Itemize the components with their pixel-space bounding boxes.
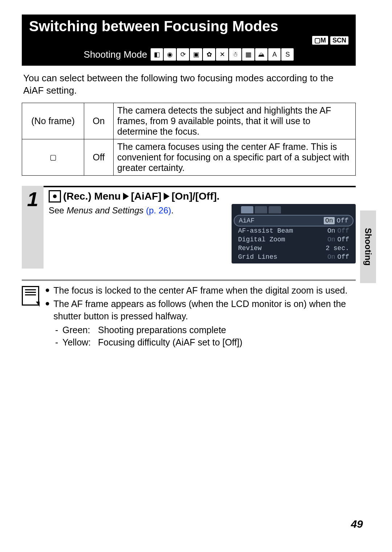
lcd-row-aiaf: AiAF On Off [234, 215, 354, 226]
step-title: (Rec.) Menu [AiAF] [On]/[Off]. [49, 190, 356, 203]
lcd-value-on: On [327, 253, 335, 261]
frame-cell: ▢ [22, 139, 84, 175]
see-prefix: See [49, 205, 66, 215]
mode-icon: ☃ [229, 48, 241, 61]
dash-icon: - [55, 324, 60, 336]
arrow-right-icon [123, 193, 129, 200]
lcd-row-label: AiAF [239, 217, 254, 224]
lcd-value-off: Off [338, 253, 349, 261]
lcd-value-off: Off [337, 217, 348, 224]
mode-icon: ⛰ [255, 48, 268, 61]
mode-icon: ✕ [216, 48, 228, 61]
mode-icon: ▣ [190, 48, 202, 61]
bullet-icon: ● [45, 285, 50, 297]
lcd-value-on: On [327, 236, 335, 243]
lcd-row-review: Review 2 sec. [234, 244, 354, 253]
see-italic: Menus and Settings [66, 205, 143, 215]
notes-list: ● The focus is locked to the center AF f… [45, 285, 356, 349]
step-subtext: See Menus and Settings (p. 26). [49, 205, 173, 269]
shooting-mode-row: Shooting Mode ◧ ◉ ⟳ ▣ ✿ ✕ ☃ ▦ ⛰ A S [29, 48, 348, 61]
lcd-row-label: Review [238, 245, 262, 252]
focus-modes-table: (No frame) On The camera detects the sub… [22, 103, 356, 176]
note-sub-text: Focusing difficulty (AiAF set to [Off]) [98, 336, 242, 349]
see-suffix: . [171, 205, 174, 215]
table-row: (No frame) On The camera detects the sub… [22, 103, 356, 139]
lcd-row-label: Grid Lines [238, 253, 277, 261]
shooting-mode-label: Shooting Mode [84, 49, 147, 60]
bullet-icon: ● [45, 298, 50, 323]
step-title-aiaf: [AiAF] [131, 191, 162, 202]
mode-icon: S [281, 48, 294, 61]
arrow-right-icon [164, 193, 170, 200]
lcd-value-on: On [327, 227, 335, 234]
step-title-onoff: [On]/[Off]. [172, 191, 220, 202]
note-sub-label: Yellow: [62, 336, 95, 349]
side-tab-label: Shooting [363, 228, 373, 266]
rec-menu-icon [49, 190, 61, 203]
lcd-row-afassist: AF-assist Beam On Off [234, 226, 354, 235]
desc-cell: The camera focuses using the center AF f… [114, 139, 356, 175]
dash-icon: - [55, 336, 60, 349]
step-body: (Rec.) Menu [AiAF] [On]/[Off]. See Menus… [44, 186, 356, 269]
step-rail: 1 [22, 186, 44, 269]
lcd-tab-icon [269, 206, 281, 213]
notes-block: ● The focus is locked to the center AF f… [22, 279, 356, 349]
step-block: 1 (Rec.) Menu [AiAF] [On]/[Off]. See Men… [22, 186, 356, 269]
note-sub-text: Shooting preparations complete [98, 324, 226, 336]
step-number: 1 [22, 186, 44, 211]
state-cell: Off [84, 139, 114, 175]
header-bar: Switching between Focusing Modes ▢M SCN … [22, 15, 356, 66]
frame-cell: (No frame) [22, 103, 84, 139]
lcd-value-off: Off [338, 227, 349, 234]
step-title-rec: (Rec.) Menu [63, 191, 121, 202]
note-item: ● The AF frame appears as follows (when … [45, 298, 356, 323]
mode-icon: ✿ [203, 48, 215, 61]
lcd-row-label: AF-assist Beam [238, 227, 293, 234]
mode-badge-om: ▢M [312, 36, 328, 45]
shooting-mode-icons: ◧ ◉ ⟳ ▣ ✿ ✕ ☃ ▦ ⛰ A S [151, 48, 294, 61]
table-row: ▢ Off The camera focuses using the cente… [22, 139, 356, 175]
mode-icon: ▦ [242, 48, 254, 61]
notes-icon [22, 286, 39, 306]
mode-icon: ◧ [151, 48, 163, 61]
note-item: ● The focus is locked to the center AF f… [45, 285, 356, 297]
mode-icon: A [268, 48, 281, 61]
intro-text: You can select between the following two… [23, 72, 354, 97]
lcd-row-digitalzoom: Digital Zoom On Off [234, 235, 354, 244]
note-text: The focus is locked to the center AF fra… [53, 285, 347, 297]
lcd-preview: AiAF On Off AF-assist Beam On Off [232, 204, 356, 263]
lcd-row-label: Digital Zoom [238, 236, 285, 243]
mode-icon: ◉ [164, 48, 176, 61]
lcd-tab-icon [241, 206, 253, 213]
state-cell: On [84, 103, 114, 139]
mode-badge-scn: SCN [330, 36, 348, 45]
lcd-tabs [234, 206, 354, 213]
side-tab-shooting: Shooting [360, 210, 376, 283]
page-title: Switching between Focusing Modes [29, 18, 348, 34]
lcd-row-gridlines: Grid Lines On Off [234, 253, 354, 261]
lcd-value-off: Off [338, 236, 349, 243]
lcd-value: 2 sec. [326, 245, 349, 252]
lcd-value-on: On [324, 217, 335, 224]
see-link[interactable]: (p. 26) [144, 205, 171, 215]
note-subitem: - Yellow: Focusing difficulty (AiAF set … [55, 336, 356, 349]
note-text: The AF frame appears as follows (when th… [53, 298, 356, 323]
corner-mode-badges: ▢M SCN [29, 36, 348, 45]
note-sub-label: Green: [62, 324, 95, 336]
mode-icon: ⟳ [177, 48, 189, 61]
desc-cell: The camera detects the subject and highl… [114, 103, 356, 139]
lcd-tab-icon [255, 206, 267, 213]
page-number: 49 [351, 518, 363, 530]
note-subitem: - Green: Shooting preparations complete [55, 324, 356, 336]
